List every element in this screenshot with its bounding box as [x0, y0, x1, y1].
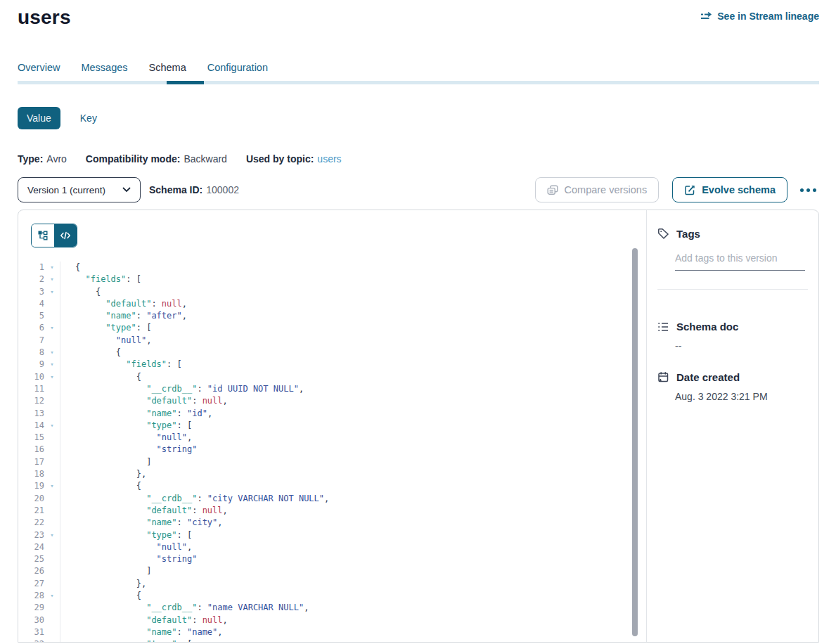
tab-bar: OverviewMessagesSchemaConfiguration: [18, 62, 819, 81]
schema-id: Schema ID:100002: [149, 184, 239, 195]
line-number: 8: [18, 347, 44, 359]
schema-id-label: Schema ID:: [149, 184, 202, 195]
code-text: {: [60, 371, 646, 383]
see-in-stream-lineage-link[interactable]: See in Stream lineage: [700, 11, 819, 22]
fold-toggle-icon[interactable]: ▾: [44, 420, 60, 432]
code-line: 15 "null",: [18, 432, 646, 444]
code-line: 23▾ "type": [: [18, 529, 646, 541]
schema-id-value: 100002: [206, 184, 239, 195]
code-text: "null",: [60, 541, 646, 553]
tab-schema[interactable]: Schema: [149, 62, 186, 81]
fold-toggle-icon[interactable]: ▾: [44, 347, 60, 359]
fold-toggle-icon[interactable]: ▾: [44, 273, 60, 285]
fold-toggle-icon[interactable]: ▾: [44, 359, 60, 371]
code-text: "fields": [: [60, 359, 646, 371]
code-line: 25 "string": [18, 553, 646, 565]
tree-view-button[interactable]: [32, 224, 54, 247]
code-line: 28▾ {: [18, 590, 646, 602]
compare-versions-label: Compare versions: [565, 184, 648, 195]
fold-toggle-icon[interactable]: ▾: [44, 529, 60, 541]
code-text: ]: [60, 565, 646, 577]
line-number: 4: [18, 298, 44, 310]
code-text: "type": [: [60, 638, 646, 642]
tab-messages[interactable]: Messages: [81, 62, 127, 81]
fold-spacer: [44, 626, 60, 638]
fold-spacer: [44, 383, 60, 395]
evolve-schema-icon: [684, 185, 695, 195]
tab-overview[interactable]: Overview: [18, 62, 60, 81]
type-label: Type:: [18, 153, 43, 165]
evolve-schema-button[interactable]: Evolve schema: [672, 177, 787, 202]
line-number: 15: [18, 432, 44, 444]
code-line: 12 "default": null,: [18, 395, 646, 407]
code-line: 9▾ "fields": [: [18, 359, 646, 371]
code-text: "type": [: [60, 529, 646, 541]
code-line: 22 "name": "city",: [18, 517, 646, 529]
dot-icon: [800, 188, 804, 192]
schema-sidebar: Tags Schema do: [646, 210, 818, 642]
fold-spacer: [44, 310, 60, 322]
more-options-button[interactable]: [797, 184, 819, 196]
code-line: 31 "name": "name",: [18, 626, 646, 638]
code-text: "__crdb__": "id UUID NOT NULL",: [60, 383, 646, 395]
code-text: "type": [: [60, 420, 646, 432]
editor-vertical-scrollbar[interactable]: [632, 248, 638, 636]
evolve-schema-label: Evolve schema: [702, 184, 776, 195]
fold-spacer: [44, 432, 60, 444]
code-text: "default": null,: [60, 395, 646, 407]
fold-toggle-icon[interactable]: ▾: [44, 638, 60, 642]
code-line: 11 "__crdb__": "id UUID NOT NULL",: [18, 383, 646, 395]
date-created-header: Date created: [657, 371, 808, 383]
code-line: 26 ]: [18, 565, 646, 577]
fold-spacer: [44, 468, 60, 480]
action-buttons: Compare versions Evolve schema: [535, 177, 819, 202]
fold-toggle-icon[interactable]: ▾: [44, 371, 60, 383]
key-toggle-link[interactable]: Key: [80, 112, 97, 124]
line-number: 17: [18, 456, 44, 468]
add-tags-input[interactable]: [675, 252, 805, 271]
tab-configuration[interactable]: Configuration: [207, 62, 268, 81]
code-line: 17 ]: [18, 456, 646, 468]
code-text: "string": [60, 444, 646, 456]
code-line: 2▾ "fields": [: [18, 273, 646, 285]
code-line: 19▾ {: [18, 480, 646, 492]
schema-page: users See in Stream lineage OverviewMess…: [0, 0, 836, 643]
code-line: 4 "default": null,: [18, 298, 646, 310]
code-view-button[interactable]: [54, 224, 77, 247]
line-number: 22: [18, 517, 44, 529]
code-text: "null",: [60, 335, 646, 347]
line-number: 29: [18, 602, 44, 614]
fold-toggle-icon[interactable]: ▾: [44, 262, 60, 273]
code-text: "name": "id",: [60, 408, 646, 420]
code-text: {: [60, 480, 646, 492]
value-toggle-button[interactable]: Value: [18, 107, 60, 129]
fold-toggle-icon[interactable]: ▾: [44, 590, 60, 602]
tree-view-icon: [37, 230, 49, 241]
code-line: 3▾ {: [18, 286, 646, 298]
used-by-topic-label: Used by topic:: [246, 153, 314, 165]
compare-versions-icon: [547, 185, 558, 195]
code-line: 1▾{: [18, 262, 646, 273]
line-number: 28: [18, 590, 44, 602]
code-line: 20 "__crdb__": "city VARCHAR NOT NULL",: [18, 493, 646, 505]
fold-spacer: [44, 493, 60, 505]
code-line: 18 },: [18, 468, 646, 480]
version-selected-value: Version 1 (current): [27, 185, 105, 195]
code-text: },: [60, 578, 646, 590]
fold-spacer: [44, 553, 60, 565]
fold-spacer: [44, 517, 60, 529]
fold-toggle-icon[interactable]: ▾: [44, 322, 60, 334]
topic-link[interactable]: users: [317, 153, 341, 165]
line-number: 10: [18, 371, 44, 383]
tags-title: Tags: [676, 228, 700, 240]
code-line: 29 "__crdb__": "name VARCHAR NULL",: [18, 602, 646, 614]
fold-toggle-icon[interactable]: ▾: [44, 480, 60, 492]
code-line: 8▾ {: [18, 347, 646, 359]
line-number: 18: [18, 468, 44, 480]
version-select[interactable]: Version 1 (current): [18, 177, 141, 202]
line-number: 3: [18, 286, 44, 298]
fold-toggle-icon[interactable]: ▾: [44, 286, 60, 298]
code-line: 10▾ {: [18, 371, 646, 383]
line-number: 16: [18, 444, 44, 456]
compare-versions-button[interactable]: Compare versions: [535, 177, 660, 202]
